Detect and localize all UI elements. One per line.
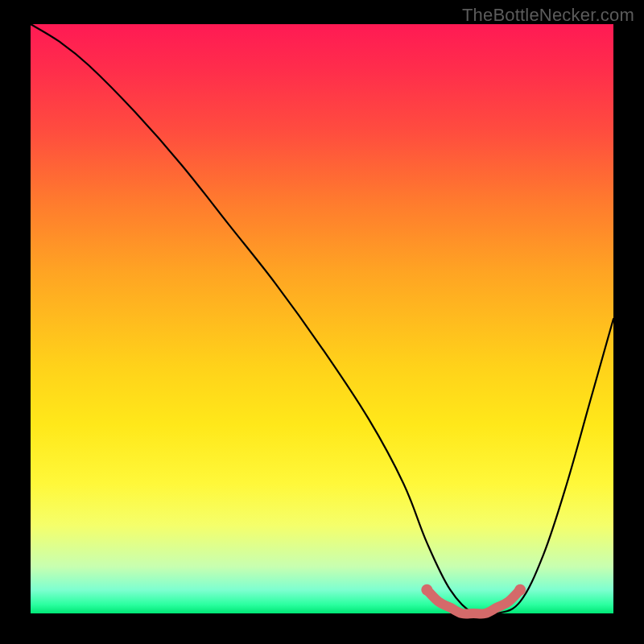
curve-layer xyxy=(31,24,613,613)
highlight-start-dot xyxy=(421,584,432,596)
highlight-end-dot xyxy=(514,584,526,596)
optimal-range-highlight xyxy=(427,590,520,614)
plot-area xyxy=(31,24,613,613)
chart-frame: TheBottleNecker.com xyxy=(0,0,644,644)
attribution-label: TheBottleNecker.com xyxy=(462,5,634,26)
bottleneck-curve xyxy=(31,24,613,616)
